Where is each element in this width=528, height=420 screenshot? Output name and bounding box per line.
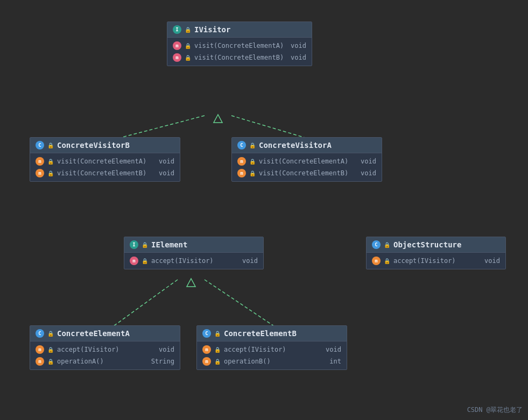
class-ivisitor: I 🔒 IVisitor m 🔒 visit(ConcreteElementA)… [167, 22, 312, 66]
ielement-body: m 🔒 accept(IVisitor) void [124, 253, 263, 269]
objectstructure-method-1: m 🔒 accept(IVisitor) void [367, 255, 505, 267]
concreteelementa-header: C 🔒 ConcreteElementA [30, 326, 180, 341]
objectstructure-header: C 🔒 ObjectStructure [367, 237, 505, 253]
method-badge: m [36, 345, 44, 354]
concretevisitorb-name: ConcreteVisitorB [57, 141, 130, 150]
ivisitor-lock: 🔒 [185, 27, 191, 33]
svg-line-2 [231, 116, 307, 138]
concreteelementb-method-1: m 🔒 accept(IVisitor) void [197, 344, 347, 355]
ielement-header: I 🔒 IElement [124, 237, 263, 253]
method-badge: m [237, 157, 246, 166]
method-badge: m [372, 257, 381, 265]
class-concretevisitora: C 🔒 ConcreteVisitorA m 🔒 visit(ConcreteE… [231, 137, 382, 182]
concretevisitora-badge: C [237, 141, 246, 150]
concreteelementa-method-2: m 🔒 operationA() String [30, 355, 180, 367]
objectstructure-body: m 🔒 accept(IVisitor) void [367, 253, 505, 269]
objectstructure-name: ObjectStructure [393, 240, 461, 249]
ielement-name: IElement [151, 240, 187, 249]
concretevisitorb-method-2: m 🔒 visit(ConcreteElementB) void [30, 167, 180, 179]
method-badge: m [36, 169, 44, 177]
diagram-container: I 🔒 IVisitor m 🔒 visit(ConcreteElementA)… [0, 0, 528, 420]
method-badge: m [202, 357, 211, 366]
concreteelementa-method-1: m 🔒 accept(IVisitor) void [30, 344, 180, 355]
concretevisitora-name: ConcreteVisitorA [259, 141, 332, 150]
concreteelementb-method-2: m 🔒 operationB() int [197, 355, 347, 367]
method-badge: m [130, 257, 138, 265]
ivisitor-body: m 🔒 visit(ConcreteElementA) void m 🔒 vis… [167, 38, 312, 66]
class-concreteelementb: C 🔒 ConcreteElementB m 🔒 accept(IVisitor… [196, 325, 347, 370]
svg-line-1 [118, 116, 205, 138]
svg-marker-3 [214, 115, 222, 123]
concreteelementb-name: ConcreteElementB [224, 329, 297, 338]
concreteelementa-badge: C [36, 329, 44, 338]
method-badge: m [36, 357, 44, 366]
concretevisitorb-method-1: m 🔒 visit(ConcreteElementA) void [30, 155, 180, 167]
concretevisitora-header: C 🔒 ConcreteVisitorA [232, 138, 382, 153]
ivisitor-method-2: m 🔒 visit(ConcreteElementB) void [167, 52, 312, 63]
svg-line-5 [205, 280, 274, 326]
method-badge-2: m [173, 53, 181, 62]
ivisitor-header: I 🔒 IVisitor [167, 22, 312, 38]
ielement-method-1: m 🔒 accept(IVisitor) void [124, 255, 263, 267]
concreteelementb-body: m 🔒 accept(IVisitor) void m 🔒 operationB… [197, 341, 347, 369]
method-badge-1: m [173, 41, 181, 50]
ivisitor-name: IVisitor [194, 25, 230, 34]
svg-line-4 [113, 280, 178, 326]
concretevisitorb-body: m 🔒 visit(ConcreteElementA) void m 🔒 vis… [30, 153, 180, 181]
concretevisitora-method-1: m 🔒 visit(ConcreteElementA) void [232, 155, 382, 167]
concretevisitorb-badge: C [36, 141, 44, 150]
concreteelementb-badge: C [202, 329, 211, 338]
class-objectstructure: C 🔒 ObjectStructure m 🔒 accept(IVisitor)… [366, 237, 506, 269]
concretevisitora-body: m 🔒 visit(ConcreteElementA) void m 🔒 vis… [232, 153, 382, 181]
class-ielement: I 🔒 IElement m 🔒 accept(IVisitor) void [124, 237, 264, 269]
method-badge: m [202, 345, 211, 354]
concreteelementa-body: m 🔒 accept(IVisitor) void m 🔒 operationA… [30, 341, 180, 369]
watermark: CSDN @翠花也老了 [467, 405, 523, 415]
ivisitor-badge: I [173, 25, 181, 34]
class-concreteelimenta: C 🔒 ConcreteElementA m 🔒 accept(IVisitor… [30, 325, 180, 370]
concretevisitora-method-2: m 🔒 visit(ConcreteElementB) void [232, 167, 382, 179]
concreteelementb-header: C 🔒 ConcreteElementB [197, 326, 347, 341]
concretevisitorb-header: C 🔒 ConcreteVisitorB [30, 138, 180, 153]
svg-marker-6 [187, 279, 195, 287]
objectstructure-badge: C [372, 240, 381, 249]
ivisitor-method-1: m 🔒 visit(ConcreteElementA) void [167, 40, 312, 52]
class-concretevisitorb: C 🔒 ConcreteVisitorB m 🔒 visit(ConcreteE… [30, 137, 180, 182]
concreteelementa-name: ConcreteElementA [57, 329, 130, 338]
ielement-badge: I [130, 240, 138, 249]
method-badge: m [36, 157, 44, 166]
method-badge: m [237, 169, 246, 177]
